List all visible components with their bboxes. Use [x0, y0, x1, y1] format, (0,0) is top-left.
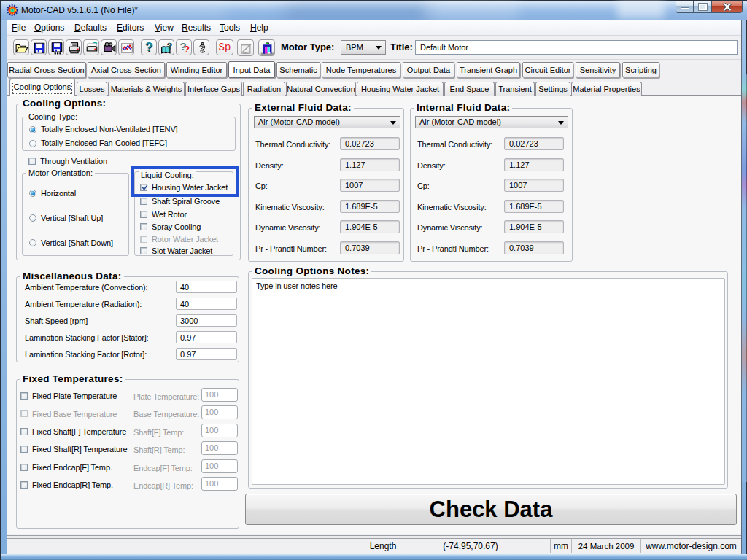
- svg-text:?: ?: [167, 42, 172, 50]
